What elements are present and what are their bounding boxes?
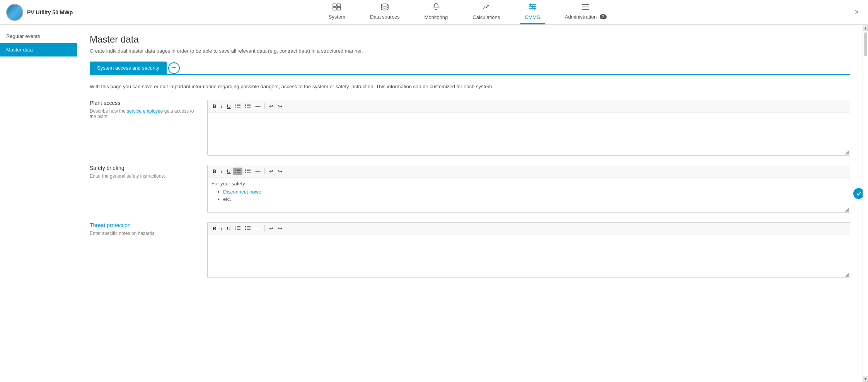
section-description: With this page you can save or edit impo… (90, 83, 850, 91)
monitoring-icon (433, 3, 440, 13)
toolbar-redo-3[interactable]: ↪ (276, 225, 284, 232)
safety-intro-text: For your safety (211, 181, 846, 187)
field-safety-briefing: Safety briefing Enter the general safety… (90, 165, 850, 213)
app-logo (6, 4, 23, 21)
service-employee-link[interactable]: service employee (127, 108, 163, 114)
svg-text:3: 3 (235, 171, 236, 173)
svg-rect-2 (333, 7, 336, 10)
field-label-col-safety: Safety briefing Enter the general safety… (90, 165, 198, 213)
resize-handle-3: ◢ (845, 271, 849, 277)
sidebar-item-regular-events[interactable]: Regular events (0, 29, 77, 43)
nav-label-system: System (329, 14, 345, 20)
toolbar-underline-2[interactable]: U (225, 168, 232, 175)
sidebar-item-master-data[interactable]: Master data (0, 43, 77, 57)
nav-label-administration: Administration 2 (565, 14, 607, 20)
nav-item-monitoring[interactable]: Monitoring (420, 0, 453, 24)
safety-item-1: Disconnect power (218, 189, 846, 195)
svg-point-49 (246, 229, 246, 230)
toolbar-dash-3[interactable]: — (253, 225, 262, 232)
nav-label-cmms: CMMS (525, 14, 540, 20)
toolbar-bold-3[interactable]: B (211, 225, 218, 232)
toolbar-underline-1[interactable]: U (225, 103, 232, 110)
svg-point-37 (246, 171, 246, 172)
resize-handle-2: ◢ (845, 206, 849, 212)
toolbar-list-ordered-2[interactable]: 123 (233, 168, 242, 175)
field-label-threat: Threat protection (90, 222, 198, 228)
toolbar-list-bullet-3[interactable] (243, 225, 252, 232)
editor-toolbar-plant-access: B I U 123 — ↩ ↪ (208, 100, 850, 113)
editor-body-plant-access[interactable] (208, 113, 850, 155)
toolbar-dash-1[interactable]: — (253, 103, 262, 110)
editor-col-safety: B I U 123 — ↩ ↪ (207, 165, 850, 213)
scroll-down-arrow[interactable]: ▼ (863, 376, 868, 382)
nav-item-calculations[interactable]: Calculations (468, 0, 505, 24)
nav-item-cmms[interactable]: CMMS (520, 0, 545, 24)
toolbar-underline-3[interactable]: U (225, 225, 232, 232)
app-title: PV Utility 50 MWp (27, 9, 73, 15)
toolbar-list-bullet-2[interactable] (243, 168, 252, 175)
toolbar-list-ordered-3[interactable]: 123 (233, 225, 242, 232)
svg-point-48 (246, 227, 246, 228)
toolbar-undo-2[interactable]: ↩ (267, 168, 275, 175)
field-label-plant-access: Plant access (90, 100, 198, 106)
right-scrollbar: ▲ ▼ (863, 25, 868, 382)
scroll-thumb-area[interactable] (863, 31, 868, 376)
tab-system-access[interactable]: System access and security (90, 62, 167, 74)
sidebar: Regular events Master data (0, 25, 77, 382)
toolbar-bold-1[interactable]: B (211, 103, 218, 110)
toolbar-italic-1[interactable]: I (219, 103, 224, 110)
svg-point-23 (246, 103, 246, 104)
toolbar-sep-1 (264, 103, 265, 109)
field-label-col-plant-access: Plant access Describe how the service em… (90, 100, 198, 156)
svg-text:3: 3 (235, 106, 236, 108)
main-layout: Regular events Master data Master data C… (0, 25, 868, 382)
tab-add-button[interactable]: + (168, 62, 180, 74)
administration-icon (582, 3, 590, 12)
resize-handle-1: ◢ (845, 149, 849, 154)
close-button[interactable]: × (851, 7, 862, 18)
toolbar-bold-2[interactable]: B (211, 168, 218, 175)
toolbar-undo-3[interactable]: ↩ (267, 225, 275, 232)
editor-toolbar-safety: B I U 123 — ↩ ↪ (208, 165, 850, 178)
field-label-col-threat: Threat protection Enter specific notes o… (90, 222, 198, 278)
safety-list: Disconnect power etc. (211, 189, 846, 202)
safety-item-2: etc. (218, 196, 846, 202)
toolbar-italic-2[interactable]: I (219, 168, 224, 175)
scroll-thumb-bar (864, 33, 867, 56)
editor-body-safety[interactable]: For your safety Disconnect power etc. (208, 178, 850, 212)
toolbar-sep-3 (264, 225, 265, 231)
nav-item-administration[interactable]: Administration 2 (560, 0, 611, 24)
nav-label-data-sources: Data sources (370, 14, 400, 20)
svg-rect-0 (333, 4, 336, 7)
toolbar-list-ordered-1[interactable]: 123 (233, 103, 242, 110)
field-hint-safety: Enter the general safety instructions: (90, 173, 198, 179)
toolbar-dash-2[interactable]: — (253, 168, 262, 175)
field-threat-protection: Threat protection Enter specific notes o… (90, 222, 850, 278)
logo-area: PV Utility 50 MWp (6, 4, 84, 21)
toolbar-redo-1[interactable]: ↪ (276, 103, 284, 110)
svg-text:3: 3 (235, 229, 236, 230)
admin-badge: 2 (600, 14, 607, 19)
field-label-safety: Safety briefing (90, 165, 198, 171)
toolbar-italic-3[interactable]: I (219, 225, 224, 232)
toolbar-undo-1[interactable]: ↩ (267, 103, 275, 110)
main-nav: System Data sources Monitoring Calculati… (84, 0, 851, 24)
toolbar-redo-2[interactable]: ↪ (276, 168, 284, 175)
nav-item-system[interactable]: System (324, 0, 350, 24)
svg-rect-1 (337, 4, 341, 7)
nav-item-data-sources[interactable]: Data sources (365, 0, 404, 24)
cmms-icon (528, 3, 537, 13)
top-nav: PV Utility 50 MWp System Data sources Mo… (0, 0, 868, 25)
save-check-icon[interactable] (853, 188, 863, 199)
editor-body-threat[interactable] (208, 235, 850, 278)
editor-col-plant-access: B I U 123 — ↩ ↪ (207, 100, 850, 156)
field-hint-plant-access: Describe how the service employee gets a… (90, 108, 198, 119)
editor-col-threat: B I U 123 — ↩ ↪ (207, 222, 850, 278)
field-plant-access: Plant access Describe how the service em… (90, 100, 850, 156)
tabs-row: System access and security + (90, 62, 850, 75)
scroll-up-arrow[interactable]: ▲ (863, 25, 868, 31)
content-area: Master data Create individual master dat… (77, 25, 863, 382)
svg-point-47 (246, 226, 246, 226)
toolbar-list-bullet-1[interactable] (243, 103, 252, 110)
svg-point-35 (246, 168, 246, 169)
